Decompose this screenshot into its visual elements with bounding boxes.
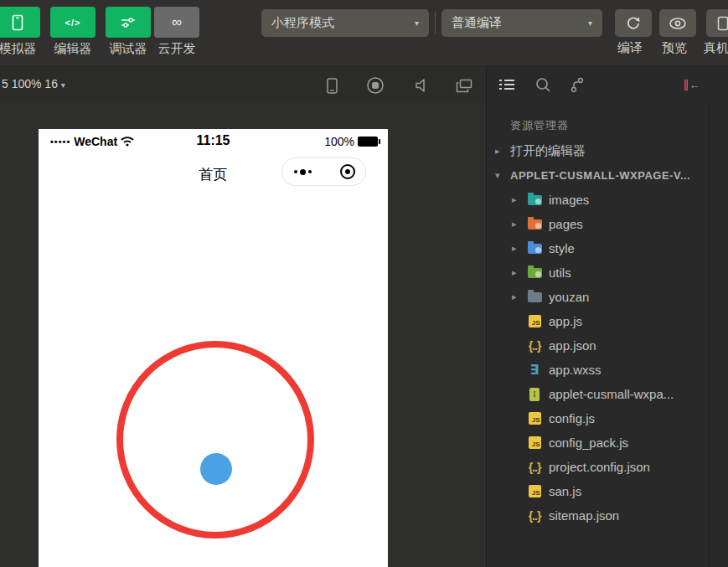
git-branch-icon (570, 77, 585, 93)
tree-item-youzan[interactable]: ▸youzan (487, 285, 708, 309)
git-button[interactable] (567, 75, 587, 95)
project-root-label: APPLET-CUSMALL-WXPAGE-V... (487, 169, 690, 182)
js-file-icon: JS (529, 315, 541, 327)
chevron-down-icon: ▾ (415, 18, 419, 28)
compile-mode-value: 普通编译 (452, 15, 502, 31)
editor-label: 编辑器 (50, 41, 96, 57)
tree-item-style[interactable]: ▸style (487, 236, 708, 260)
refresh-icon (625, 15, 642, 32)
panel-bar-icon (684, 80, 688, 90)
tree-item-config-pack-js[interactable]: JSconfig_pack.js (487, 430, 708, 455)
wechat-devtools-window: 模拟器 </> 编辑器 调试器 ∞ 云开发 小程序模式 ▾ (0, 0, 728, 567)
windows-overlap-icon (456, 79, 472, 93)
simulator-button[interactable] (0, 7, 40, 38)
js-file-icon: JS (529, 436, 541, 449)
multi-window-button[interactable] (454, 75, 474, 95)
audio-button[interactable] (412, 75, 432, 95)
json-file-icon: {..} (529, 509, 541, 523)
tree-item-applet-cusmall-wxpa-[interactable]: ⋮applet-cusmall-wxpa... (487, 382, 708, 406)
editor-toggle: </> 编辑器 (50, 7, 96, 57)
simulator-label: 模拟器 (0, 41, 40, 57)
search-button[interactable] (533, 75, 553, 95)
file-name: config_pack.js (549, 436, 628, 450)
mode-dropdown-value: 小程序模式 (271, 15, 334, 31)
file-name: app.json (549, 338, 596, 353)
open-editors-row[interactable]: ▸ 打开的编辑器 (487, 139, 708, 163)
phone-icon (327, 78, 338, 94)
compile-button[interactable] (615, 9, 652, 37)
wechat-capsule (281, 157, 366, 186)
chevron-down-icon: ▾ (495, 170, 505, 181)
wxss-file-icon: ∃ (530, 362, 540, 378)
tree-item-sitemap-json[interactable]: {..}sitemap.json (487, 503, 708, 528)
remote-debug-label: 真机 (704, 40, 728, 56)
speaker-icon (415, 79, 430, 92)
json-file-icon: {..} (529, 339, 541, 353)
js-file-icon: JS (529, 412, 541, 425)
chevron-right-icon: ▸ (512, 243, 522, 254)
code-icon: </> (65, 18, 81, 28)
record-icon (366, 76, 385, 95)
simulator-toggle: 模拟器 (0, 7, 40, 57)
tree-item-app-wxss[interactable]: ∃app.wxss (487, 358, 708, 382)
compile-mode-dropdown[interactable]: 普通编译 ▾ (441, 9, 602, 37)
tune-icon (121, 17, 136, 28)
file-name: sitemap.json (549, 508, 619, 523)
chevron-right-icon: ▸ (512, 219, 522, 229)
tree-item-app-js[interactable]: JSapp.js (487, 309, 708, 333)
file-name: applet-cusmall-wxpa... (549, 387, 674, 401)
compile-label: 编译 (617, 40, 643, 56)
explorer-panel: ← 资源管理器 ▸ 打开的编辑器 ▾ APPLET-CUSMALL-WXPAGE… (486, 65, 728, 567)
collapse-panel-button[interactable]: ← (682, 75, 702, 95)
rotate-device-button[interactable] (322, 75, 342, 95)
cloud-dev-button[interactable]: ∞ (154, 7, 199, 38)
tree-item-san-js[interactable]: JSsan.js (487, 479, 708, 503)
chevron-down-icon: ▾ (588, 18, 592, 28)
toolbar-divider (435, 12, 436, 34)
chevron-right-icon: ▸ (495, 146, 505, 157)
folder-icon (528, 268, 542, 278)
cloud-icon: ∞ (172, 15, 182, 29)
clouddev-toggle: ∞ 云开发 (154, 7, 199, 57)
record-button[interactable] (365, 75, 385, 95)
main-toolbar: 模拟器 </> 编辑器 调试器 ∞ 云开发 小程序模式 ▾ (0, 0, 728, 65)
debugger-button[interactable] (106, 7, 151, 38)
file-name: style (549, 241, 575, 255)
mode-dropdown[interactable]: 小程序模式 ▾ (261, 9, 429, 37)
preview-label: 预览 (662, 40, 687, 56)
phone-status-bar: ••••• WeChat 11:15 100% (39, 129, 388, 154)
chevron-right-icon: ▸ (512, 194, 522, 205)
tree-item-app-json[interactable]: {..}app.json (487, 333, 708, 358)
blue-dot-shape[interactable] (200, 453, 232, 485)
file-name: app.wxss (549, 363, 602, 377)
json-file-icon: {..} (529, 461, 541, 474)
folder-icon (528, 292, 542, 302)
project-root-row[interactable]: ▾ APPLET-CUSMALL-WXPAGE-V... (487, 163, 708, 188)
debugger-label: 调试器 (106, 41, 151, 57)
battery-icon (358, 137, 378, 147)
editor-button[interactable]: </> (50, 7, 96, 38)
more-menu-button[interactable] (294, 158, 312, 185)
folder-icon (528, 195, 542, 205)
tree-item-config-js[interactable]: JSconfig.js (487, 406, 708, 430)
chevron-right-icon: ▸ (512, 267, 522, 278)
file-name: config.js (549, 411, 595, 425)
remote-debug-button[interactable] (706, 9, 728, 37)
chevron-right-icon: ▸ (512, 291, 522, 302)
file-name: app.js (549, 314, 582, 328)
tree-item-pages[interactable]: ▸pages (487, 212, 708, 236)
panel-edge-divider (709, 103, 710, 567)
preview-button[interactable] (659, 9, 696, 37)
phone-screen: ••••• WeChat 11:15 100% 首页 (39, 129, 388, 567)
phone-nav-bar: 首页 (39, 154, 388, 194)
tree-item-images[interactable]: ▸images (487, 188, 708, 212)
tree-item-project-config-json[interactable]: {..}project.config.json (487, 455, 708, 479)
tree-item-utils[interactable]: ▸utils (487, 260, 708, 285)
device-selector[interactable]: 5 100% 16 ▾ (2, 77, 65, 90)
list-icon (498, 78, 515, 91)
file-list-button[interactable] (497, 75, 517, 95)
explorer-toolbar: ← (487, 65, 728, 103)
file-name: project.config.json (549, 460, 650, 474)
close-minimize-button[interactable] (340, 164, 355, 179)
debugger-toggle: 调试器 (106, 7, 151, 57)
